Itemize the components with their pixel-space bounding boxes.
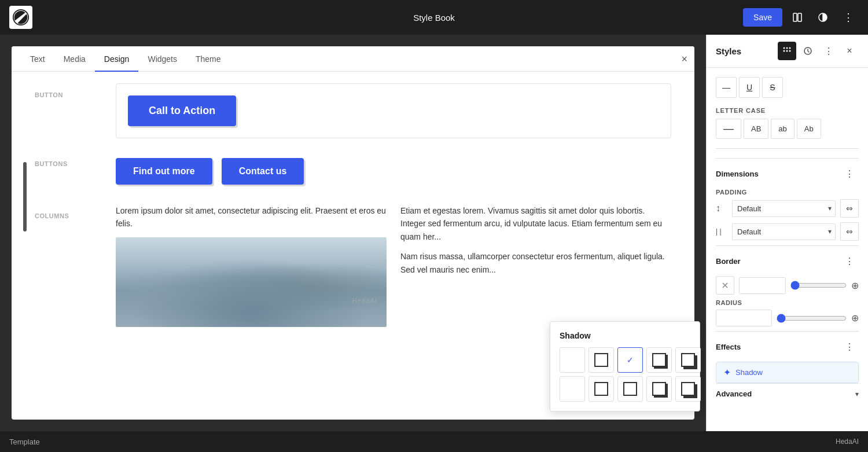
- select-arrow-icon: ▾: [825, 201, 835, 216]
- shadow-option-6[interactable]: [617, 376, 643, 402]
- padding-h-select[interactable]: Default: [733, 201, 825, 216]
- border-range-slider[interactable]: [790, 281, 847, 290]
- radius-range-slider[interactable]: [777, 314, 847, 323]
- column-left-text: Lorem ipsum dolor sit amet, consectetur …: [116, 204, 387, 230]
- padding-h-select-wrap: Default ▾: [732, 200, 836, 217]
- cta-button[interactable]: Call to Action: [128, 95, 236, 126]
- border-header[interactable]: Border ⋮: [716, 245, 859, 276]
- advanced-chevron-icon: ▾: [855, 390, 859, 398]
- snow-image: HedaAI: [116, 237, 387, 327]
- bottom-bar: Template HedaAI: [0, 431, 868, 452]
- underline-button[interactable]: U: [739, 77, 760, 98]
- sidebar-close-button[interactable]: ×: [840, 42, 859, 60]
- tab-widgets[interactable]: Widgets: [138, 46, 186, 72]
- padding-v-row: | | Default ▾ ⇔: [716, 222, 859, 241]
- button-section-label: BUTTON: [35, 83, 104, 98]
- image-watermark: HedaAI: [352, 297, 377, 304]
- tabs-bar: Text Media Design Widgets Theme ×: [12, 46, 694, 72]
- shadow-option-4[interactable]: [560, 376, 585, 402]
- tab-design[interactable]: Design: [95, 46, 139, 72]
- close-panel-button[interactable]: ×: [681, 54, 687, 64]
- shadow-label: Shadow: [735, 368, 763, 377]
- shadow-option-1[interactable]: [589, 347, 614, 373]
- shadow-option-none[interactable]: [560, 347, 585, 373]
- shadow-option-2[interactable]: [646, 347, 672, 373]
- page-title: Style Book: [413, 13, 455, 23]
- svg-point-6: [789, 47, 791, 49]
- tab-text[interactable]: Text: [21, 46, 54, 72]
- radius-link-icon[interactable]: ⊕: [851, 313, 859, 324]
- save-button[interactable]: Save: [743, 8, 782, 27]
- button-section: BUTTON Call to Action: [35, 83, 671, 138]
- tab-media[interactable]: Media: [54, 46, 95, 72]
- shadow-option-8[interactable]: [675, 376, 701, 402]
- dimensions-content: PADDING ↕ Default ▾ ⇔ | | Defau: [716, 189, 859, 241]
- svg-point-4: [784, 47, 785, 49]
- columns-section: COLUMNS Lorem ipsum dolor sit amet, cons…: [35, 204, 671, 327]
- letter-case-label: LETTER CASE: [716, 107, 859, 114]
- border-content: px ⊕ RADIUS px ⊕: [716, 276, 859, 326]
- shadow-popup-title: Shadow: [560, 331, 690, 340]
- radius-input[interactable]: [716, 310, 772, 326]
- border-actions: ⋮: [840, 252, 859, 270]
- effects-title: Effects: [716, 343, 741, 351]
- padding-h-row: ↕ Default ▾ ⇔: [716, 199, 859, 218]
- shadow-option-3[interactable]: [675, 347, 701, 373]
- main-area: Text Media Design Widgets Theme × BUTTON…: [0, 35, 868, 431]
- tab-theme[interactable]: Theme: [186, 46, 230, 72]
- capitalize-button[interactable]: Ab: [797, 119, 821, 139]
- uppercase-button[interactable]: AB: [744, 119, 768, 139]
- shadow-option-7[interactable]: [646, 376, 672, 402]
- lowercase-button[interactable]: ab: [771, 119, 794, 139]
- column-right-text2: Nam risus massa, ullamcorper consectetur…: [400, 250, 671, 276]
- more-options-button[interactable]: ⋮: [838, 7, 859, 28]
- radius-input-wrap: px: [716, 310, 772, 326]
- border-link-icon[interactable]: ⊕: [851, 280, 859, 291]
- columns-section-label: COLUMNS: [35, 204, 104, 219]
- border-color-swatch[interactable]: [716, 276, 734, 295]
- padding-v-adjust-button[interactable]: ⇔: [840, 222, 859, 241]
- history-button[interactable]: [799, 42, 817, 60]
- dimensions-options-button[interactable]: ⋮: [840, 164, 859, 183]
- find-out-more-button[interactable]: Find out more: [116, 158, 212, 185]
- top-bar-left: [9, 6, 32, 29]
- svg-rect-2: [798, 13, 801, 21]
- border-title: Border: [716, 257, 741, 266]
- border-width-input[interactable]: [740, 278, 786, 293]
- divider-1: [716, 148, 859, 149]
- contact-us-button[interactable]: Contact us: [222, 158, 304, 185]
- shadow-star-icon: ✦: [723, 367, 731, 378]
- columns-content: Lorem ipsum dolor sit amet, consectetur …: [116, 204, 671, 327]
- effects-options-button[interactable]: ⋮: [840, 337, 859, 356]
- wordpress-logo[interactable]: [9, 6, 32, 29]
- sidebar-content: — U S LETTER CASE — AB ab Ab Dimensions …: [707, 68, 868, 413]
- action-buttons-group: Find out more Contact us: [116, 152, 304, 190]
- shadow-option-selected[interactable]: ✓: [617, 347, 643, 373]
- shadow-item[interactable]: ✦ Shadow: [716, 362, 859, 383]
- column-right: Etiam et egestas lorem. Vivamus sagittis…: [400, 204, 671, 327]
- dimensions-header[interactable]: Dimensions ⋮: [716, 158, 859, 189]
- advanced-header[interactable]: Advanced ▾: [716, 383, 859, 404]
- border-options-button[interactable]: ⋮: [840, 252, 859, 270]
- shadow-option-5[interactable]: [589, 376, 614, 402]
- shadow-popup: Shadow ✓: [550, 321, 700, 411]
- button-section-content: Call to Action: [116, 83, 671, 138]
- radius-input-row: px ⊕: [716, 310, 859, 326]
- styles-view-button[interactable]: [778, 42, 796, 60]
- effects-header[interactable]: Effects ⋮: [716, 331, 859, 362]
- theme-toggle-button[interactable]: [812, 7, 833, 28]
- buttons-section-label: BUTTONS: [35, 152, 104, 167]
- padding-v-select[interactable]: Default: [733, 224, 825, 240]
- left-scrollbar[interactable]: [23, 162, 27, 231]
- padding-h-adjust-button[interactable]: ⇔: [840, 199, 859, 218]
- border-input-row: px ⊕: [716, 276, 859, 295]
- strikethrough-button[interactable]: —: [716, 77, 737, 98]
- svg-point-5: [786, 47, 788, 49]
- shadow-check-icon: ✓: [627, 355, 634, 365]
- strikethrough-s-button[interactable]: S: [762, 77, 783, 98]
- layout-toggle-button[interactable]: [787, 7, 808, 28]
- svg-point-8: [786, 50, 788, 52]
- top-bar: Style Book Save ⋮: [0, 0, 868, 35]
- sidebar-more-button[interactable]: ⋮: [819, 42, 838, 60]
- no-case-button[interactable]: —: [716, 119, 741, 139]
